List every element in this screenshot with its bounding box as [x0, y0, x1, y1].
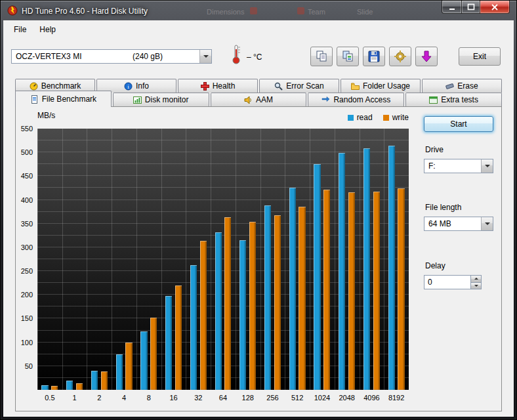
x-axis-labels: 0.512481632641282565121024204840968192 [37, 394, 409, 403]
file-benchmark-panel: MB/s read write 550500450400350300250200… [15, 106, 502, 411]
gridline-horizontal [37, 152, 409, 152]
y-axis-labels: 55050045040035030025020015010050 [16, 129, 35, 390]
chart-legend: read write [37, 113, 409, 122]
close-icon [491, 4, 499, 10]
menu-file[interactable]: File [7, 22, 33, 37]
x-axis-label: 16 [161, 394, 186, 402]
tab-health[interactable]: Health [178, 79, 258, 93]
copy-image-button[interactable] [337, 47, 359, 66]
write-bar [51, 386, 58, 390]
x-axis-label: 2 [87, 394, 112, 402]
tab-random-access[interactable]: Random Access [308, 93, 404, 106]
write-bar [125, 343, 132, 390]
gridline-vertical [136, 129, 137, 390]
options-button[interactable] [389, 47, 411, 66]
minimize-button[interactable] [442, 1, 461, 14]
spinner-down-icon [474, 285, 478, 289]
gridline-vertical [260, 129, 261, 390]
app-window: HD Tune Pro 4.60 - Hard Disk Utility Dim… [0, 0, 517, 420]
tab-label: Erase [457, 81, 478, 91]
tab-strip-row2: File Benchmark Disk monitor AAM Random A… [15, 93, 502, 106]
tab-file-benchmark[interactable]: File Benchmark [15, 91, 112, 107]
device-select[interactable]: OCZ-VERTEX3 MI (240 gB) [11, 49, 212, 64]
maximize-icon [467, 3, 475, 10]
start-button[interactable]: Start [424, 116, 493, 132]
read-bar [339, 153, 345, 390]
x-axis-label: 4 [112, 394, 136, 402]
read-bar [116, 354, 123, 390]
tab-extra-tests[interactable]: Extra tests [405, 93, 502, 106]
hd-tune-app-icon [7, 5, 18, 16]
tab-label: Benchmark [41, 81, 81, 91]
read-bar [140, 331, 147, 390]
device-size: (240 gB) [133, 52, 163, 61]
read-bar [91, 371, 98, 390]
write-bar [101, 371, 108, 390]
gridline-horizontal [37, 163, 409, 164]
tab-aam[interactable]: AAM [211, 93, 307, 106]
y-axis-label: 500 [21, 148, 33, 156]
benchmark-icon [30, 82, 38, 91]
copy-button[interactable] [310, 47, 333, 66]
window-title: HD Tune Pro 4.60 - Hard Disk Utility [22, 7, 148, 16]
ghost-window-text: Team [308, 8, 325, 16]
y-axis-label: 350 [21, 220, 33, 228]
gridline-vertical [335, 129, 335, 390]
write-bar [373, 192, 380, 390]
write-bar [323, 190, 330, 390]
read-bar [314, 164, 320, 390]
spinner-up-icon [474, 276, 478, 280]
gridline-vertical [186, 129, 186, 390]
maximize-button[interactable] [461, 1, 480, 14]
read-bar [215, 232, 222, 390]
tab-disk-monitor[interactable]: Disk monitor [113, 93, 209, 106]
legend-read-label: read [357, 113, 373, 122]
menu-bar: File Help [3, 22, 514, 37]
health-cross-icon [201, 82, 209, 91]
save-icon [367, 50, 381, 63]
write-bar [299, 207, 305, 390]
close-button[interactable] [480, 1, 510, 14]
x-axis-label: 8192 [384, 394, 409, 402]
x-axis-label: 512 [285, 394, 310, 402]
tab-error-scan[interactable]: Error Scan [259, 79, 339, 93]
ghost-window-icon [297, 7, 304, 14]
delay-increment-button[interactable] [471, 275, 482, 283]
tab-label: Random Access [333, 95, 390, 104]
delay-field [424, 275, 482, 289]
copy-image-icon [341, 50, 354, 63]
chevron-down-icon [481, 159, 493, 173]
eraser-icon [445, 82, 454, 91]
gridline-horizontal [37, 175, 409, 176]
delay-input[interactable] [424, 275, 471, 289]
drive-select[interactable]: F: [424, 159, 493, 173]
x-axis-label: 1 [62, 394, 87, 402]
y-axis-label: 250 [21, 267, 33, 275]
y-axis-label: 550 [21, 125, 33, 133]
delay-decrement-button[interactable] [471, 283, 482, 290]
write-bar [398, 188, 404, 390]
thermometer-icon [231, 44, 241, 65]
delay-label: Delay [425, 261, 445, 270]
save-button[interactable] [363, 47, 385, 66]
x-axis-label: 2048 [335, 394, 360, 402]
plot-area [37, 129, 409, 390]
tab-folder-usage[interactable]: Folder Usage [341, 79, 421, 93]
write-bar [200, 241, 207, 390]
exit-button[interactable]: Exit [459, 47, 501, 66]
menu-help[interactable]: Help [33, 22, 62, 37]
chevron-down-icon [199, 50, 211, 63]
read-bar [363, 148, 370, 390]
drive-value: F: [424, 161, 436, 171]
file-length-select[interactable]: 64 MB [424, 217, 493, 231]
write-bar [175, 285, 182, 390]
info-icon: i [124, 82, 133, 91]
x-axis-label: 8 [136, 394, 161, 402]
read-bar [239, 240, 246, 390]
gridline-vertical [236, 129, 236, 390]
tab-erase[interactable]: Erase [422, 79, 502, 93]
download-button[interactable] [415, 47, 438, 66]
read-bar [190, 265, 197, 390]
legend-read: read [348, 113, 373, 122]
read-bar [289, 188, 296, 390]
